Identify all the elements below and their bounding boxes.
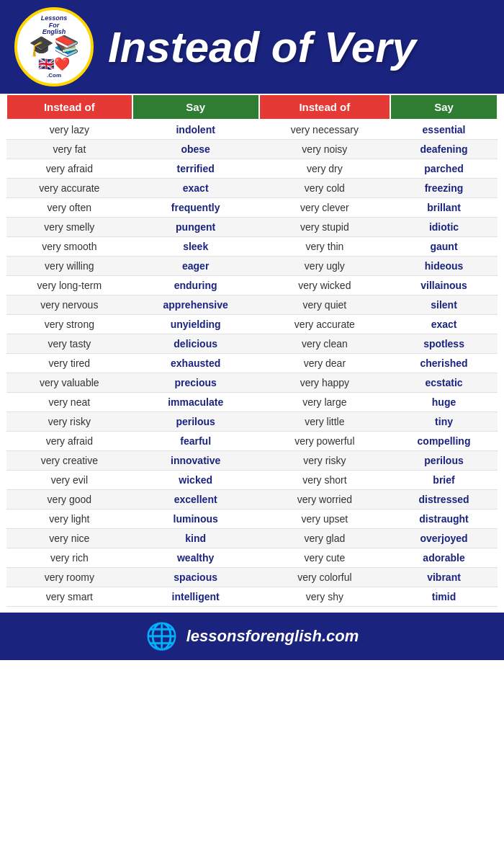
globe-icon: 🌐 bbox=[145, 621, 178, 651]
instead-of-cell: very creative bbox=[6, 451, 132, 471]
instead-of-cell: very risky bbox=[6, 412, 132, 432]
table-row: very afraidfearfulvery powerfulcompellin… bbox=[6, 432, 498, 451]
say-cell: wealthy bbox=[132, 548, 259, 568]
say-cell: frequently bbox=[132, 198, 259, 218]
say-cell-2: silent bbox=[390, 295, 498, 315]
instead-of-cell: very rich bbox=[6, 548, 132, 568]
say-cell-2: freezing bbox=[390, 179, 498, 198]
table-row: very willingeagervery uglyhideous bbox=[6, 257, 498, 276]
instead-of-cell: very tasty bbox=[6, 334, 132, 354]
say-cell-2: brief bbox=[390, 471, 498, 490]
say-cell: excellent bbox=[132, 490, 259, 510]
instead-of-cell: very light bbox=[6, 510, 132, 529]
vocabulary-table: Instead of Say Instead of Say very lazyi… bbox=[6, 94, 498, 607]
col3-header: Instead of bbox=[259, 94, 390, 120]
table-row: very richwealthyvery cuteadorable bbox=[6, 548, 498, 568]
table-row: very neatimmaculatevery largehuge bbox=[6, 393, 498, 412]
say-cell-2: adorable bbox=[390, 548, 498, 568]
instead-of-cell-2: very little bbox=[259, 412, 390, 432]
logo: LessonsForEnglish 🎓📚 🇬🇧❤️ .Com bbox=[14, 7, 94, 86]
table-row: very nicekindvery gladoverjoyed bbox=[6, 529, 498, 548]
instead-of-cell-2: very shy bbox=[259, 587, 390, 607]
instead-of-cell: very smelly bbox=[6, 218, 132, 237]
instead-of-cell-2: very short bbox=[259, 471, 390, 490]
col4-header: Say bbox=[390, 94, 498, 120]
say-cell: sleek bbox=[132, 237, 259, 257]
say-cell-2: timid bbox=[390, 587, 498, 607]
say-cell: kind bbox=[132, 529, 259, 548]
footer-site: lessonsforenglish.com bbox=[186, 627, 359, 646]
table-row: very tiredexhaustedvery dearcherished bbox=[6, 354, 498, 373]
instead-of-cell-2: very clean bbox=[259, 334, 390, 354]
page-title: Instead of Very bbox=[108, 22, 416, 72]
instead-of-cell-2: very thin bbox=[259, 237, 390, 257]
say-cell-2: essential bbox=[390, 120, 498, 140]
say-cell: unyielding bbox=[132, 315, 259, 334]
table-row: very strongunyieldingvery accurateexact bbox=[6, 315, 498, 334]
instead-of-cell: very afraid bbox=[6, 159, 132, 179]
say-cell: spacious bbox=[132, 568, 259, 587]
table-row: very oftenfrequentlyvery cleverbrillant bbox=[6, 198, 498, 218]
say-cell: eager bbox=[132, 257, 259, 276]
instead-of-cell: very nice bbox=[6, 529, 132, 548]
say-cell: indolent bbox=[132, 120, 259, 140]
say-cell: exhausted bbox=[132, 354, 259, 373]
logo-text-bottom: .Com bbox=[47, 72, 61, 79]
instead-of-cell: very long-term bbox=[6, 276, 132, 295]
say-cell: precious bbox=[132, 373, 259, 393]
instead-of-cell: very roomy bbox=[6, 568, 132, 587]
say-cell-2: cherished bbox=[390, 354, 498, 373]
instead-of-cell-2: very glad bbox=[259, 529, 390, 548]
say-cell-2: ecstatic bbox=[390, 373, 498, 393]
footer: 🌐 lessonsforenglish.com bbox=[0, 613, 504, 660]
instead-of-cell-2: very dry bbox=[259, 159, 390, 179]
table-row: very roomyspaciousvery colorfulvibrant bbox=[6, 568, 498, 587]
say-cell-2: idiotic bbox=[390, 218, 498, 237]
say-cell-2: hideous bbox=[390, 257, 498, 276]
table-row: very nervousapprehensivevery quietsilent bbox=[6, 295, 498, 315]
say-cell: immaculate bbox=[132, 393, 259, 412]
table-section: Instead of Say Instead of Say very lazyi… bbox=[0, 94, 504, 613]
say-cell: perilous bbox=[132, 412, 259, 432]
instead-of-cell: very good bbox=[6, 490, 132, 510]
say-cell: exact bbox=[132, 179, 259, 198]
instead-of-cell-2: very necessary bbox=[259, 120, 390, 140]
table-row: very fatobesevery noisydeafening bbox=[6, 140, 498, 159]
instead-of-cell: very nervous bbox=[6, 295, 132, 315]
instead-of-cell-2: very accurate bbox=[259, 315, 390, 334]
say-cell: apprehensive bbox=[132, 295, 259, 315]
table-row: very lightluminousvery upsetdistraught bbox=[6, 510, 498, 529]
instead-of-cell-2: very noisy bbox=[259, 140, 390, 159]
say-cell-2: vibrant bbox=[390, 568, 498, 587]
instead-of-cell: very neat bbox=[6, 393, 132, 412]
say-cell-2: parched bbox=[390, 159, 498, 179]
instead-of-cell-2: very cute bbox=[259, 548, 390, 568]
instead-of-cell-2: very large bbox=[259, 393, 390, 412]
instead-of-cell-2: very cold bbox=[259, 179, 390, 198]
say-cell: obese bbox=[132, 140, 259, 159]
say-cell: pungent bbox=[132, 218, 259, 237]
header: LessonsForEnglish 🎓📚 🇬🇧❤️ .Com Instead o… bbox=[0, 0, 504, 94]
col2-header: Say bbox=[132, 94, 259, 120]
instead-of-cell: very afraid bbox=[6, 432, 132, 451]
instead-of-cell-2: very risky bbox=[259, 451, 390, 471]
say-cell: delicious bbox=[132, 334, 259, 354]
instead-of-cell-2: very wicked bbox=[259, 276, 390, 295]
instead-of-cell: very lazy bbox=[6, 120, 132, 140]
instead-of-cell: very accurate bbox=[6, 179, 132, 198]
say-cell-2: huge bbox=[390, 393, 498, 412]
say-cell-2: brillant bbox=[390, 198, 498, 218]
say-cell-2: compelling bbox=[390, 432, 498, 451]
instead-of-cell-2: very stupid bbox=[259, 218, 390, 237]
logo-flag-icon: 🇬🇧❤️ bbox=[38, 56, 70, 72]
instead-of-cell: very often bbox=[6, 198, 132, 218]
instead-of-cell: very valuable bbox=[6, 373, 132, 393]
col1-header: Instead of bbox=[6, 94, 132, 120]
table-row: very smoothsleekvery thingaunt bbox=[6, 237, 498, 257]
table-row: very tastydeliciousvery cleanspotless bbox=[6, 334, 498, 354]
say-cell-2: deafening bbox=[390, 140, 498, 159]
say-cell: terrified bbox=[132, 159, 259, 179]
table-row: very long-termenduringvery wickedvillain… bbox=[6, 276, 498, 295]
instead-of-cell-2: very powerful bbox=[259, 432, 390, 451]
instead-of-cell-2: very dear bbox=[259, 354, 390, 373]
